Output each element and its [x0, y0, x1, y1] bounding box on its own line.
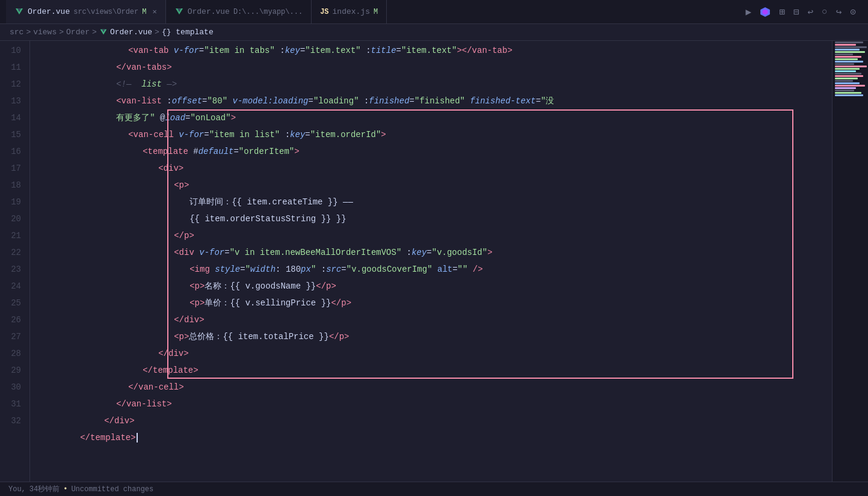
- circle-icon[interactable]: ○: [822, 7, 828, 17]
- account-icon[interactable]: ⊙: [850, 6, 856, 18]
- code-line-30: </van-list>: [30, 396, 832, 412]
- minimap-content: [833, 41, 868, 482]
- forward-icon[interactable]: ↪: [836, 6, 842, 18]
- vite-icon: [760, 7, 771, 17]
- minimap[interactable]: [832, 41, 868, 482]
- tab-label-3: index.js: [333, 7, 370, 16]
- title-bar: Order.vue src\views\Order M ✕ Order.vue …: [0, 0, 868, 24]
- line-num-16: 16: [0, 143, 21, 160]
- tab-path-2: D:\...\myapp\...: [233, 8, 303, 16]
- line-num-19: 19: [0, 194, 21, 210]
- line-num-30: 30: [0, 379, 21, 396]
- line-num-11: 11: [0, 59, 21, 76]
- breadcrumb-views[interactable]: views: [33, 28, 57, 37]
- line-num-12: 12: [0, 76, 21, 93]
- status-bar: You, 34秒钟前 • Uncommitted changes: [0, 482, 868, 496]
- vue-icon-2: [174, 7, 184, 17]
- breadcrumb-vue-icon: [99, 28, 108, 37]
- line-num-13: 13: [0, 93, 21, 109]
- js-icon: JS: [320, 8, 328, 16]
- title-bar-right: ▶ ⊞ ⊟ ↩ ○ ↪ ⊙: [746, 6, 862, 18]
- tab-close-1[interactable]: ✕: [152, 7, 156, 16]
- breadcrumb: src > views > Order > Order.vue > {} tem…: [0, 24, 868, 41]
- line-num-23: 23: [0, 261, 21, 278]
- line-num-31: 31: [0, 396, 21, 412]
- line-num-32: 32: [0, 412, 21, 429]
- breadcrumb-template[interactable]: {} template: [162, 28, 214, 37]
- tab-path: src\views\Order: [73, 8, 138, 16]
- status-user: You,: [8, 485, 26, 494]
- breadcrumb-order[interactable]: Order: [66, 28, 90, 37]
- line-num-18: 18: [0, 177, 21, 194]
- line-num-21: 21: [0, 227, 21, 244]
- line-num-24: 24: [0, 278, 21, 295]
- status-time: 34秒钟前: [29, 484, 60, 494]
- back-icon[interactable]: ↩: [807, 6, 813, 18]
- line-num-28: 28: [0, 345, 21, 362]
- line-num-17: 17: [0, 160, 21, 177]
- vue-icon: [14, 7, 24, 17]
- tab-label: Order.vue: [28, 7, 70, 16]
- line-num-20: 20: [0, 210, 21, 227]
- line-num-22: 22: [0, 244, 21, 261]
- code-area[interactable]: <van-tab v-for="item in tabs" :key="item…: [30, 41, 832, 482]
- line-num-10: 10: [0, 42, 21, 59]
- line-num-14: 14: [0, 109, 21, 126]
- tab-order-vue-1[interactable]: Order.vue src\views\Order M ✕: [6, 0, 166, 23]
- line-num-15: 15: [0, 126, 21, 143]
- tab-index-js[interactable]: JS index.js M: [312, 0, 387, 23]
- breadcrumb-file[interactable]: Order.vue: [110, 28, 152, 37]
- play-icon[interactable]: ▶: [746, 6, 752, 18]
- split-icon[interactable]: ⊟: [793, 6, 799, 18]
- line-num-27: 27: [0, 328, 21, 345]
- status-message: Uncommitted changes: [71, 485, 153, 494]
- breadcrumb-src[interactable]: src: [10, 28, 23, 37]
- line-num-26: 26: [0, 311, 21, 328]
- line-num-25: 25: [0, 295, 21, 311]
- tab-modified-1: M: [142, 8, 146, 16]
- editor: 10 11 12 13 14 15 16 17 18 19 20 21 22 2…: [0, 41, 868, 482]
- code-line-32: </template>: [30, 429, 832, 446]
- tab-modified-3: M: [374, 8, 378, 16]
- tab-order-vue-2[interactable]: Order.vue D:\...\myapp\...: [166, 0, 312, 23]
- tab-label-2: Order.vue: [188, 7, 230, 16]
- screenshot-icon[interactable]: ⊞: [779, 6, 785, 18]
- line-num-29: 29: [0, 362, 21, 379]
- line-numbers: 10 11 12 13 14 15 16 17 18 19 20 21 22 2…: [0, 41, 30, 482]
- status-separator: •: [63, 485, 67, 494]
